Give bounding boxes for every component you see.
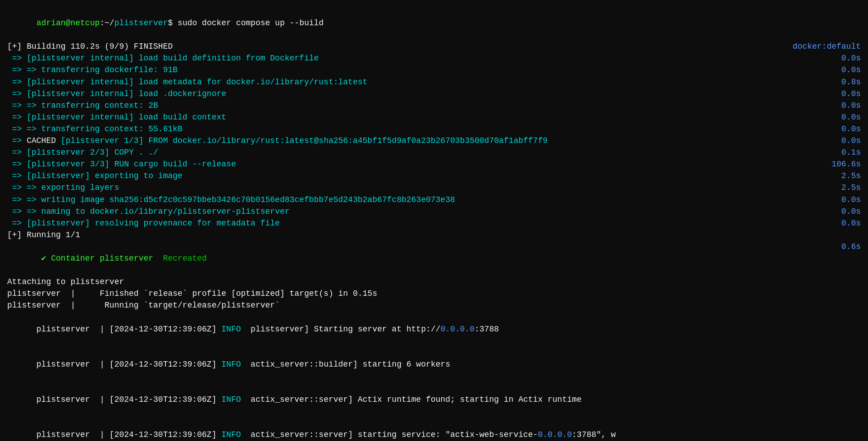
step11-text: => [plistserver] exporting to image bbox=[7, 170, 832, 182]
log6-info: INFO bbox=[221, 430, 241, 439]
step13-time: 0.0s bbox=[832, 194, 861, 206]
step11-time: 2.5s bbox=[832, 170, 861, 182]
container-time: 0.6s bbox=[832, 241, 861, 276]
step5-text: => => transferring context: 2B bbox=[7, 100, 832, 111]
step8-time: 0.0s bbox=[832, 135, 861, 147]
line-step8: => CACHED [plistserver 1/3] FROM docker.… bbox=[7, 135, 861, 147]
log3-msg: plistserver] Starting server at http:// bbox=[241, 325, 441, 334]
log4-msg: actix_server::builder] starting 6 worker… bbox=[241, 360, 450, 369]
prompt-sep1: :~/ bbox=[100, 18, 114, 28]
running-text: [+] Running 1/1 bbox=[7, 229, 861, 241]
step6-text: => [plistserver internal] load build con… bbox=[7, 111, 832, 123]
log5-prefix: plistserver | [2024-12-30T12:39:06Z] bbox=[37, 395, 221, 404]
step14-text: => => naming to docker.io/library/plists… bbox=[7, 206, 832, 217]
step2-time: 0.0s bbox=[832, 64, 861, 76]
step7-text: => => transferring context: 55.61kB bbox=[7, 123, 832, 135]
log5-info: INFO bbox=[221, 395, 241, 404]
step9-text: => [plistserver 2/3] COPY . ./ bbox=[7, 147, 832, 158]
line-step13: => => writing image sha256:d5cf2c0c597bb… bbox=[7, 194, 861, 206]
recreated-status: Recreated bbox=[163, 254, 207, 263]
step3-time: 0.8s bbox=[832, 76, 861, 88]
step8-cached: CACHED bbox=[27, 136, 56, 145]
log3-addr: 0.0.0.0 bbox=[440, 325, 475, 334]
line-step1: => [plistserver internal] load build def… bbox=[7, 52, 861, 64]
checkmark-icon: ✔ Container plistserver bbox=[37, 254, 163, 263]
line-running: [+] Running 1/1 bbox=[7, 229, 861, 241]
line-step9: => [plistserver 2/3] COPY . ./ 0.1s bbox=[7, 147, 861, 158]
line-step12: => => exporting layers 2.5s bbox=[7, 182, 861, 193]
log6-prefix: plistserver | [2024-12-30T12:39:06Z] bbox=[37, 430, 221, 439]
line-step3: => [plistserver internal] load metadata … bbox=[7, 76, 861, 88]
line-step4: => [plistserver internal] load .dockerig… bbox=[7, 88, 861, 100]
step9-time: 0.1s bbox=[832, 147, 861, 158]
step3-text: => [plistserver internal] load metadata … bbox=[7, 76, 832, 88]
step12-text: => => exporting layers bbox=[7, 182, 832, 193]
log3-info: INFO bbox=[221, 325, 241, 334]
line-log4: plistserver | [2024-12-30T12:39:06Z] INF… bbox=[7, 347, 861, 382]
log6-msg: actix_server::server] starting service: … bbox=[241, 430, 538, 439]
line-container: ✔ Container plistserver Recreated 0.6s bbox=[7, 241, 861, 276]
line-step10: => [plistserver 3/3] RUN cargo build --r… bbox=[7, 158, 861, 170]
prompt-user: adrian@netcup bbox=[37, 18, 100, 28]
log3-prefix: plistserver | [2024-12-30T12:39:06Z] bbox=[37, 325, 221, 334]
step12-time: 2.5s bbox=[832, 182, 861, 193]
line-log1: plistserver | Finished `release` profile… bbox=[7, 288, 861, 299]
log1-text: plistserver | Finished `release` profile… bbox=[7, 288, 861, 299]
log4-prefix: plistserver | [2024-12-30T12:39:06Z] bbox=[37, 360, 221, 369]
step6-time: 0.0s bbox=[832, 111, 861, 123]
line-step14: => => naming to docker.io/library/plists… bbox=[7, 206, 861, 217]
step1-text: => [plistserver internal] load build def… bbox=[7, 52, 832, 64]
step15-text: => [plistserver] resolving provenance fo… bbox=[7, 217, 832, 229]
step10-time: 106.6s bbox=[822, 158, 861, 170]
step7-time: 0.0s bbox=[832, 123, 861, 135]
line-step7: => => transferring context: 55.61kB 0.0s bbox=[7, 123, 861, 135]
step4-text: => [plistserver internal] load .dockerig… bbox=[7, 88, 832, 100]
line-log6: plistserver | [2024-12-30T12:39:06Z] INF… bbox=[7, 417, 861, 441]
line-log3: plistserver | [2024-12-30T12:39:06Z] INF… bbox=[7, 311, 861, 346]
attaching-text: Attaching to plistserver bbox=[7, 276, 861, 288]
line-prompt: adrian@netcup:~/plistserver$ sudo docker… bbox=[7, 5, 861, 41]
step8-rest: [plistserver 1/3] FROM docker.io/library… bbox=[56, 136, 548, 145]
step2-text: => => transferring dockerfile: 91B bbox=[7, 64, 832, 76]
log5-msg: actix_server::server] Actix runtime foun… bbox=[241, 395, 582, 404]
step13-text: => => writing image sha256:d5cf2c0c597bb… bbox=[7, 194, 832, 206]
building-text: [+] Building 110.2s (9/9) FINISHED bbox=[7, 41, 784, 52]
line-log5: plistserver | [2024-12-30T12:39:06Z] INF… bbox=[7, 382, 861, 417]
line-log2: plistserver | Running `target/release/pl… bbox=[7, 299, 861, 311]
step8-arrow: => bbox=[7, 136, 27, 145]
log2-text: plistserver | Running `target/release/pl… bbox=[7, 299, 861, 311]
line-building: [+] Building 110.2s (9/9) FINISHED docke… bbox=[7, 41, 861, 52]
prompt-dir: plistserver bbox=[114, 18, 168, 28]
log3-port: :3788 bbox=[475, 325, 499, 334]
log6-port: :3788", w bbox=[572, 430, 616, 439]
step4-time: 0.0s bbox=[832, 88, 861, 100]
step14-time: 0.0s bbox=[832, 206, 861, 217]
line-step2: => => transferring dockerfile: 91B 0.0s bbox=[7, 64, 861, 76]
step15-time: 0.0s bbox=[832, 217, 861, 229]
log4-info: INFO bbox=[221, 360, 241, 369]
step10-text: => [plistserver 3/3] RUN cargo build --r… bbox=[7, 158, 822, 170]
line-step11: => [plistserver] exporting to image 2.5s bbox=[7, 170, 861, 182]
step1-time: 0.0s bbox=[832, 52, 861, 64]
log6-addr: 0.0.0.0 bbox=[538, 430, 572, 439]
building-right: docker:default bbox=[784, 41, 861, 52]
step5-time: 0.0s bbox=[832, 100, 861, 111]
line-step6: => [plistserver internal] load build con… bbox=[7, 111, 861, 123]
prompt-cmd: $ sudo docker compose up --build bbox=[168, 18, 324, 28]
line-step5: => => transferring context: 2B 0.0s bbox=[7, 100, 861, 111]
terminal-window: adrian@netcup:~/plistserver$ sudo docker… bbox=[7, 5, 861, 441]
line-attaching: Attaching to plistserver bbox=[7, 276, 861, 288]
line-step15: => [plistserver] resolving provenance fo… bbox=[7, 217, 861, 229]
